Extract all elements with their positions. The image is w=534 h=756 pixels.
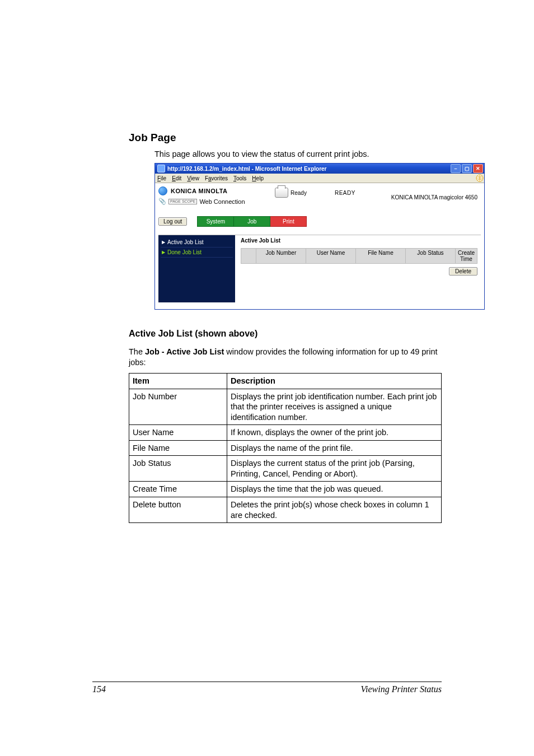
ready-small-label: Ready [291,190,307,196]
sidebar-item-done-job-list[interactable]: ▶ Done Job List [161,248,233,258]
browser-title-text: http://192.168.1.2/m_index.html - Micros… [167,166,451,172]
column-job-number: Job Number [256,249,306,263]
pagescope-badge: PAGE SCOPE [168,199,197,204]
pagescope-line: 📎 PAGE SCOPE Web Connection [158,198,270,205]
minimize-button[interactable]: – [451,164,461,173]
table-row: File Name Displays the name of the print… [129,440,442,456]
table-row: Job Status Displays the current status o… [129,456,442,482]
table-row: Create Time Displays the time that the j… [129,482,442,497]
desc-item-cell: Create Time [129,482,227,497]
page-number: 154 [92,684,106,694]
menu-tools[interactable]: Tools [233,175,246,181]
desc-desc-cell: If known, displays the owner of the prin… [227,425,442,441]
sidebar-item-label: Active Job List [167,239,203,245]
desc-item-cell: File Name [129,440,227,456]
page-footer: 154 Viewing Printer Status [92,682,442,694]
main-panel-title: Active Job List [241,237,477,244]
column-job-status: Job Status [406,249,456,263]
delete-button[interactable]: Delete [449,267,477,276]
sidebar-item-active-job-list[interactable]: ▶ Active Job List [161,237,233,248]
menu-view[interactable]: View [187,175,199,181]
sidebar-item-label: Done Job List [167,249,202,255]
sidebar: ▶ Active Job List ▶ Done Job List [158,235,235,302]
printer-icon [275,188,288,198]
desc-item-cell: Delete button [129,497,227,523]
desc-head-desc: Description [227,374,442,389]
menu-file[interactable]: File [157,175,166,181]
tab-job[interactable]: Job [234,216,270,227]
menu-favorites[interactable]: Favorites [205,175,228,181]
desc-desc-cell: Deletes the print job(s) whose check box… [227,497,442,523]
footer-title: Viewing Printer Status [360,684,442,694]
desc-desc-cell: Displays the print job identification nu… [227,389,442,425]
brand-dot-icon [158,186,167,195]
desc-item-cell: Job Status [129,456,227,482]
desc-desc-cell: Displays the name of the print file. [227,440,442,456]
section-title: Job Page [129,132,442,144]
close-button[interactable]: ✕ [473,164,483,173]
logout-button[interactable]: Log out [158,217,187,226]
subsection-intro: The Job - Active Job List window provide… [129,347,442,367]
tab-print[interactable]: Print [270,216,307,227]
menu-help[interactable]: Help [252,175,264,181]
arrow-right-icon: ▶ [162,240,165,245]
desc-item-cell: Job Number [129,389,227,425]
main-panel: Active Job List Job Number User Name Fil… [235,235,481,302]
column-create-time: Create Time [456,249,477,263]
maximize-button[interactable]: ▢ [462,164,472,173]
column-file-name: File Name [356,249,406,263]
pagescope-text: Web Connection [199,198,245,205]
brand-logo: KONICA MINOLTA [158,186,270,195]
brand-text: KONICA MINOLTA [171,188,228,194]
browser-body: KONICA MINOLTA 📎 PAGE SCOPE Web Connecti… [155,183,484,309]
ie-logo-icon [475,174,484,182]
desc-item-cell: User Name [129,425,227,441]
table-row: Job Number Displays the print job identi… [129,389,442,425]
intro-text: This page allows you to view the status … [129,150,442,158]
job-table-header: Job Number User Name File Name Job Statu… [241,248,477,264]
browser-menubar: File Edit View Favorites Tools Help [155,174,484,183]
column-user-name: User Name [306,249,356,263]
description-table: Item Description Job Number Displays the… [129,373,442,523]
tab-bar: System Job Print [197,216,307,227]
tab-system[interactable]: System [197,216,234,227]
desc-desc-cell: Displays the current status of the print… [227,456,442,482]
desc-desc-cell: Displays the time that the job was queue… [227,482,442,497]
table-row: User Name If known, displays the owner o… [129,425,442,441]
arrow-right-icon: ▶ [162,250,165,255]
table-row: Delete button Deletes the print job(s) w… [129,497,442,523]
desc-head-item: Item [129,374,227,389]
model-label: KONICA MINOLTA magicolor 4650 [391,186,481,200]
column-checkbox [241,249,256,263]
subsection-title: Active Job List (shown above) [129,329,442,339]
ready-big-label: READY [335,190,355,196]
menu-edit[interactable]: Edit [172,175,181,181]
browser-titlebar: http://192.168.1.2/m_index.html - Micros… [155,164,484,174]
ie-icon [157,165,165,172]
browser-window: http://192.168.1.2/m_index.html - Micros… [154,163,485,310]
